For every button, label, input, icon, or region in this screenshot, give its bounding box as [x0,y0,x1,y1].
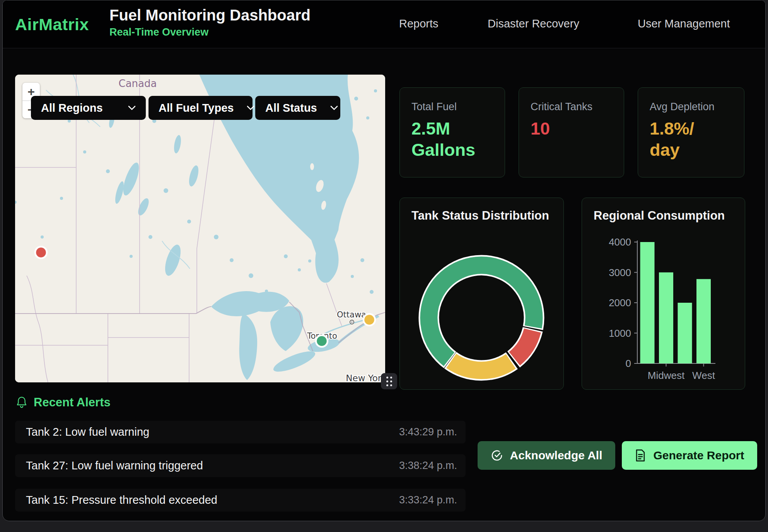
nav-reports[interactable]: Reports [399,17,439,30]
regional-consumption-chart-card: Regional Consumption 01000200030004000Mi… [582,198,745,390]
map-label-country: Canada [119,78,157,89]
tank-status-donut-chart [400,198,563,390]
nav-disaster-recovery[interactable]: Disaster Recovery [488,17,579,30]
nav-user-management[interactable]: User Management [638,17,730,30]
title-block: Fuel Monitoring Dashboard Real-Time Over… [109,7,311,38]
page-subtitle: Real-Time Overview [109,26,311,38]
stat-value: 2.5M Gallons [411,118,493,161]
svg-text:4000: 4000 [609,236,631,248]
brand-logo: AirMatrix [15,15,89,34]
bar-series-2 [678,303,692,363]
tank-status-chart-card: Tank Status Distribution [399,198,564,390]
chart-title: Regional Consumption [594,209,725,223]
ottawa-town-dot [350,320,354,324]
stat-label: Total Fuel [411,101,493,113]
alerts-title: Recent Alerts [34,396,111,409]
fuel-type-filter-dropdown[interactable]: All Fuel Types [148,96,253,120]
regional-consumption-bar-chart: 01000200030004000MidwestWest [582,198,746,390]
map-canvas[interactable]: Canada Ottawa Toronto New York + − All R… [15,75,385,382]
map-graphic: Canada Ottawa Toronto New York [15,75,385,382]
acknowledge-all-label: Acknowledge All [510,449,602,462]
map-label-ottawa: Ottawa [337,310,366,319]
status-filter-dropdown[interactable]: All Status [255,96,340,120]
alert-message: Tank 27: Low fuel warning triggered [26,459,203,472]
tank-marker-normal[interactable] [316,335,328,347]
svg-text:0: 0 [626,358,631,369]
chevron-down-icon [234,106,254,110]
map-label-new-york: New York [346,373,385,382]
stat-label: Avg Depletion [650,101,732,113]
alert-timestamp: 3:33:24 p.m. [399,494,457,506]
svg-text:3000: 3000 [609,267,631,278]
header-bar: AirMatrix Fuel Monitoring Dashboard Real… [3,0,765,48]
generate-report-label: Generate Report [653,449,744,462]
map-resize-grip[interactable] [381,373,397,389]
chevron-down-icon [317,106,338,110]
bar-series-0 [640,242,655,363]
document-icon [635,449,646,462]
svg-text:West: West [692,370,715,381]
acknowledge-all-button[interactable]: Acknowledge All [478,441,615,470]
alert-message: Tank 15: Pressure threshold exceeded [26,494,217,506]
region-filter-value: All Regions [41,102,103,114]
svg-text:2000: 2000 [609,297,631,309]
alert-row[interactable]: Tank 15: Pressure threshold exceeded 3:3… [15,489,466,512]
app-window: AirMatrix Fuel Monitoring Dashboard Real… [2,0,766,521]
tank-marker-critical[interactable] [35,247,47,258]
stat-value: 1.8%/ day [650,118,732,161]
alerts-header: Recent Alerts [16,396,111,409]
stat-card-critical-tanks: Critical Tanks 10 [519,87,624,177]
alert-row[interactable]: Tank 27: Low fuel warning triggered 3:38… [15,454,466,477]
alert-message: Tank 2: Low fuel warning [26,426,149,438]
svg-text:1000: 1000 [609,327,631,339]
bell-icon [16,396,27,409]
region-filter-dropdown[interactable]: All Regions [31,96,146,120]
stat-label: Critical Tanks [531,101,612,113]
alert-row[interactable]: Tank 2: Low fuel warning 3:43:29 p.m. [15,421,466,443]
stat-value: 10 [531,118,612,140]
bar-West [696,279,711,363]
generate-report-button[interactable]: Generate Report [622,441,757,470]
alert-timestamp: 3:38:24 p.m. [399,460,457,472]
donut-segment-critical [515,331,532,359]
page-title: Fuel Monitoring Dashboard [109,7,311,24]
donut-segment-warning [451,361,511,370]
alert-timestamp: 3:43:29 p.m. [399,426,457,438]
tank-marker-warning[interactable] [364,314,375,326]
fuel-type-filter-value: All Fuel Types [159,102,234,114]
check-circle-icon [491,449,503,462]
chevron-down-icon [115,106,136,110]
stat-card-avg-depletion: Avg Depletion 1.8%/ day [638,87,744,177]
bar-Midwest [659,273,673,364]
status-filter-value: All Status [265,102,317,114]
chart-title: Tank Status Distribution [411,209,549,223]
stat-card-total-fuel: Total Fuel 2.5M Gallons [399,87,505,177]
svg-text:Midwest: Midwest [648,370,685,381]
